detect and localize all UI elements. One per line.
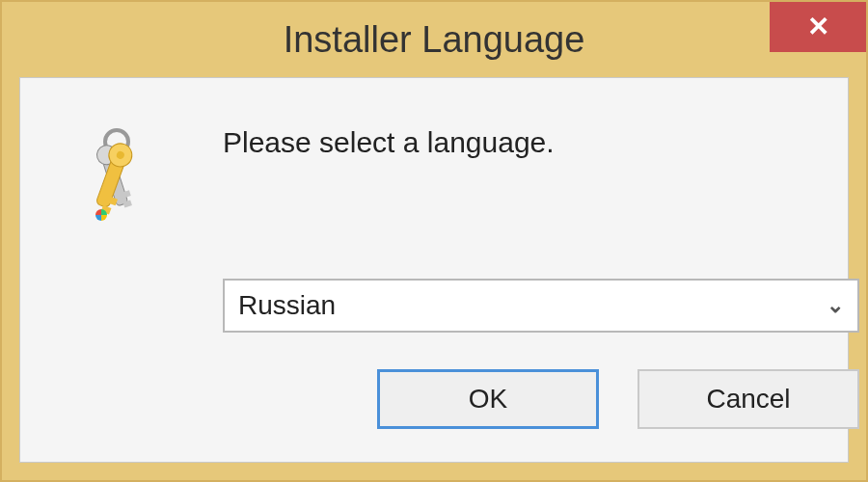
cancel-button-label: Cancel — [706, 384, 790, 415]
prompt-text: Please select a language. — [223, 117, 555, 230]
cancel-button[interactable]: Cancel — [637, 369, 859, 429]
dialog-buttons: OK Cancel — [223, 369, 859, 429]
close-icon: ✕ — [807, 13, 829, 40]
close-button[interactable]: ✕ — [770, 2, 866, 52]
prompt-row: Please select a language. — [59, 117, 809, 230]
language-select-row: Russian ⌄ — [223, 279, 809, 333]
dialog-content: Please select a language. Russian ⌄ OK C… — [19, 77, 849, 463]
chevron-down-icon: ⌄ — [827, 293, 844, 318]
dialog-window: Installer Language ✕ — [0, 0, 868, 482]
language-selected-value: Russian — [238, 290, 336, 321]
titlebar: Installer Language ✕ — [2, 2, 866, 77]
ok-button-label: OK — [469, 384, 507, 415]
language-select[interactable]: Russian ⌄ — [223, 279, 859, 333]
window-title: Installer Language — [284, 19, 585, 61]
ok-button[interactable]: OK — [377, 369, 599, 429]
keys-icon — [59, 117, 175, 230]
